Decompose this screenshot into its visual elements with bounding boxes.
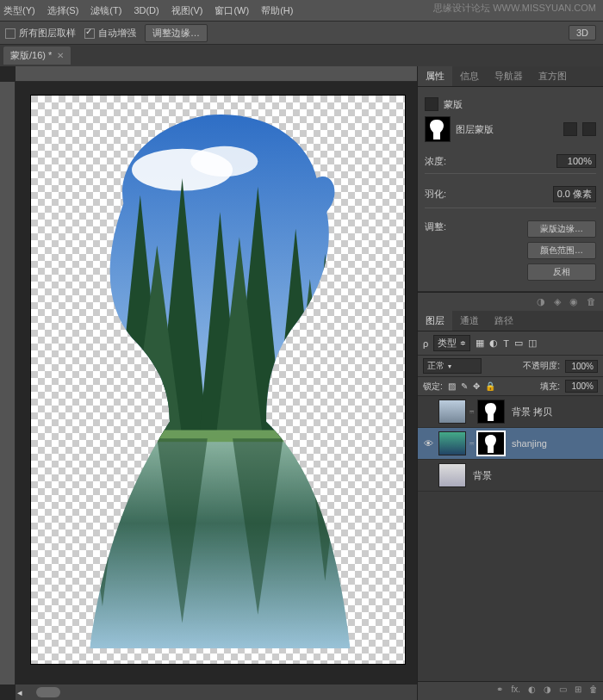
tab-channels[interactable]: 通道 [452,311,487,331]
tab-paths[interactable]: 路径 [487,311,521,331]
tab-histogram[interactable]: 直方图 [531,66,575,86]
new-group-icon[interactable]: ▭ [559,685,567,697]
filter-smart-icon[interactable]: ◫ [528,338,537,349]
mask-thumbnail[interactable] [477,400,505,424]
vector-mask-button[interactable] [582,122,596,136]
new-layer-icon[interactable]: ⊞ [575,685,581,697]
invert-button[interactable]: 反相 [527,263,596,281]
filter-shape-icon[interactable]: ▭ [514,338,523,349]
delete-layer-icon[interactable]: 🗑 [589,685,598,697]
menu-help[interactable]: 帮助(H) [261,4,293,17]
panels-column: 属性 信息 导航器 直方图 蒙版 图层蒙版 浓度: 100% [417,66,603,700]
lock-transparency-icon[interactable]: ▨ [448,381,456,391]
lock-position-icon[interactable]: ✥ [473,381,480,391]
vertical-ruler[interactable] [0,82,16,685]
trash-icon[interactable]: 🗑 [587,296,596,307]
lock-label: 锁定: [423,381,443,393]
color-range-button[interactable]: 颜色范围… [527,242,596,259]
fill-input[interactable]: 100% [565,380,598,393]
feather-label: 羽化: [425,188,446,201]
document-tabs: 蒙版/16) * ✕ [0,45,603,66]
link-icon[interactable]: ⎓ [469,439,474,448]
refine-edge-button[interactable]: 调整边缘… [145,24,208,42]
layers-list: ⎓ 背景 拷贝 👁 ⎓ shanjing 背景 [418,396,603,681]
filter-pixel-icon[interactable]: ▦ [476,338,484,349]
mask-thumbnail[interactable] [425,116,451,142]
menu-type[interactable]: 类型(Y) [3,4,35,17]
sample-all-layers[interactable]: 所有图层取样 [5,27,76,40]
opacity-input[interactable]: 100% [565,360,598,373]
layer-row[interactable]: 👁 ⎓ shanjing [418,428,603,460]
menu-bar: 类型(Y) 选择(S) 滤镜(T) 3D(D) 视图(V) 窗口(W) 帮助(H… [0,0,603,21]
filter-adjust-icon[interactable]: ◐ [489,338,498,349]
menu-view[interactable]: 视图(V) [171,4,203,17]
visibility-toggle[interactable]: 👁 [421,438,435,449]
fx-icon[interactable]: fx. [511,685,520,697]
opacity-label: 不透明度: [523,360,560,372]
mask-type-label: 图层蒙版 [456,123,494,136]
layers-tabs: 图层 通道 路径 [418,311,603,331]
canvas-area: ◂ [0,66,417,700]
horizontal-ruler[interactable] [16,66,417,82]
layer-name[interactable]: 背景 拷贝 [512,406,552,418]
link-layers-icon[interactable]: ⚭ [496,685,503,697]
apply-mask-icon[interactable]: ◈ [554,296,561,307]
tab-properties[interactable]: 属性 [418,66,452,86]
horizontal-scrollbar[interactable]: ◂ [16,685,417,700]
filter-kind-dropdown[interactable]: 类型≑ [433,335,470,351]
tab-info[interactable]: 信息 [452,66,487,86]
lock-pixels-icon[interactable]: ✎ [461,381,468,391]
menu-select[interactable]: 选择(S) [47,4,79,17]
tab-navigator[interactable]: 导航器 [487,66,531,86]
layers-footer: ⚭ fx. ◐ ◑ ▭ ⊞ 🗑 [418,681,603,700]
properties-panel: 蒙版 图层蒙版 浓度: 100% 羽化: 0.0 像素 [418,87,603,292]
layer-name[interactable]: 背景 [473,469,492,482]
options-bar: 所有图层取样 自动增强 调整边缘… 3D [0,21,603,45]
layer-row[interactable]: 背景 [418,460,603,492]
watermark-text: 思缘设计论坛 WWW.MISSYUAN.COM [433,2,596,15]
document-canvas[interactable] [31,96,405,664]
layer-thumbnail[interactable] [438,400,466,424]
tab-layers[interactable]: 图层 [418,311,452,331]
svg-point-2 [190,146,258,177]
svg-rect-3 [31,434,405,656]
svg-rect-4 [31,431,405,443]
3d-mode-button[interactable]: 3D [569,25,596,40]
properties-tabs: 属性 信息 导航器 直方图 [418,66,603,87]
mask-thumbnail[interactable] [477,431,505,455]
add-mask-icon[interactable]: ◐ [528,685,536,697]
menu-filter[interactable]: 滤镜(T) [90,4,121,17]
density-label: 浓度: [425,155,446,168]
menu-3d[interactable]: 3D(D) [134,5,159,15]
filter-type-icon[interactable]: T [503,338,509,349]
load-selection-icon[interactable]: ◑ [537,296,545,307]
feather-input[interactable]: 0.0 像素 [553,186,596,202]
layer-filter-row: ρ 类型≑ ▦ ◐ T ▭ ◫ [418,331,603,356]
composite-image [31,96,405,664]
layer-mask-button[interactable] [563,122,577,136]
layer-row[interactable]: ⎓ 背景 拷贝 [418,396,603,428]
menu-window[interactable]: 窗口(W) [214,4,249,17]
mask-edge-button[interactable]: 蒙版边缘… [527,220,596,238]
link-icon[interactable]: ⎓ [469,407,474,416]
document-tab-label: 蒙版/16) * [10,49,52,62]
toggle-mask-icon[interactable]: ◉ [569,296,578,307]
auto-enhance[interactable]: 自动增强 [84,27,136,40]
close-icon[interactable]: ✕ [57,51,64,60]
fill-label: 填充: [540,381,560,393]
properties-footer: ◑ ◈ ◉ 🗑 [418,292,603,311]
refine-label: 调整: [425,220,446,233]
mask-icon [425,97,438,111]
blend-mode-dropdown[interactable]: 正常▾ [423,358,482,374]
lock-all-icon[interactable]: 🔒 [485,381,495,391]
layer-thumbnail[interactable] [438,463,466,487]
mask-title: 蒙版 [444,98,463,111]
new-fill-icon[interactable]: ◑ [544,685,551,697]
density-input[interactable]: 100% [556,154,596,168]
layer-thumbnail[interactable] [438,431,466,455]
document-tab[interactable]: 蒙版/16) * ✕ [3,46,71,65]
layer-name[interactable]: shanjing [512,438,547,449]
